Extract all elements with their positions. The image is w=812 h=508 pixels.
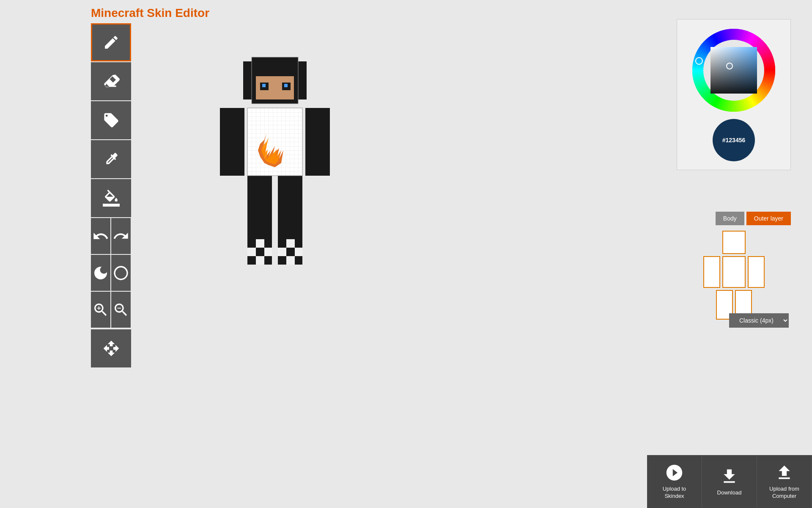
- zoom-row: [91, 292, 133, 328]
- color-hex-display[interactable]: #123456: [713, 119, 755, 161]
- redo-tool[interactable]: [111, 218, 131, 254]
- body-part[interactable]: [722, 256, 746, 288]
- svg-rect-35: [295, 256, 302, 265]
- download-button[interactable]: Download: [702, 455, 757, 508]
- model-select-container[interactable]: Classic (4px) Slim (3px): [729, 313, 789, 328]
- svg-rect-22: [264, 248, 272, 256]
- body-row: [703, 256, 765, 288]
- svg-rect-25: [264, 256, 272, 265]
- svg-rect-32: [295, 248, 302, 256]
- right-arm-part[interactable]: [748, 256, 765, 288]
- svg-rect-2: [243, 61, 256, 99]
- fill-tool[interactable]: [91, 179, 131, 217]
- svg-rect-34: [286, 256, 295, 265]
- darken-tool[interactable]: [111, 255, 131, 291]
- svg-rect-19: [264, 239, 272, 248]
- upload-to-skindex-button[interactable]: Upload toSkindex: [647, 455, 702, 508]
- head-part[interactable]: [722, 231, 746, 254]
- layer-tabs: Body Outer layer: [716, 212, 791, 225]
- model-dropdown[interactable]: Classic (4px) Slim (3px): [729, 313, 789, 328]
- svg-rect-27: [278, 239, 286, 248]
- svg-rect-28: [286, 239, 295, 248]
- svg-rect-13: [305, 108, 330, 176]
- eraser-tool[interactable]: [91, 62, 131, 100]
- move-tool[interactable]: [91, 329, 131, 367]
- outer-layer-tab[interactable]: Outer layer: [746, 212, 791, 225]
- upload-from-computer-button[interactable]: Upload fromComputer: [757, 455, 812, 508]
- stamp-tool[interactable]: [91, 101, 131, 139]
- toolbar: [91, 23, 133, 367]
- head-row: [722, 231, 746, 254]
- undo-tool[interactable]: [91, 218, 110, 254]
- upload-computer-label: Upload fromComputer: [769, 486, 799, 500]
- svg-rect-18: [256, 239, 264, 248]
- skin-preview-area[interactable]: [156, 23, 393, 353]
- svg-rect-20: [247, 248, 256, 256]
- body-layer-tab[interactable]: Body: [716, 212, 744, 225]
- brightness-row: [91, 255, 133, 291]
- color-wheel[interactable]: [691, 28, 776, 113]
- page-title: Minecraft Skin Editor: [91, 6, 209, 20]
- download-label: Download: [717, 489, 742, 497]
- upload-skindex-label: Upload toSkindex: [663, 486, 686, 500]
- svg-rect-12: [220, 108, 244, 176]
- left-arm-part[interactable]: [703, 256, 720, 288]
- bottom-action-buttons: Upload toSkindex Download Upload fromCom…: [647, 455, 812, 508]
- svg-rect-3: [294, 61, 307, 99]
- eyedropper-tool[interactable]: [91, 140, 131, 178]
- color-picker-panel[interactable]: #123456: [677, 19, 791, 170]
- svg-rect-21: [256, 248, 264, 256]
- svg-rect-7: [284, 84, 288, 87]
- svg-rect-14: [247, 176, 272, 243]
- svg-rect-29: [295, 239, 302, 248]
- svg-rect-15: [278, 176, 302, 243]
- svg-rect-6: [262, 84, 266, 87]
- svg-rect-24: [256, 256, 264, 265]
- zoom-out-tool[interactable]: [111, 292, 131, 328]
- svg-rect-30: [278, 248, 286, 256]
- pencil-tool[interactable]: [91, 23, 131, 61]
- zoom-in-tool[interactable]: [91, 292, 110, 328]
- skin-parts-panel: [677, 231, 791, 320]
- svg-rect-31: [286, 248, 295, 256]
- svg-rect-23: [247, 256, 256, 265]
- svg-rect-17: [247, 239, 256, 248]
- minecraft-skin-svg: [218, 49, 332, 328]
- svg-rect-33: [278, 256, 286, 265]
- undo-redo-row: [91, 218, 133, 254]
- brighten-tool[interactable]: [91, 255, 110, 291]
